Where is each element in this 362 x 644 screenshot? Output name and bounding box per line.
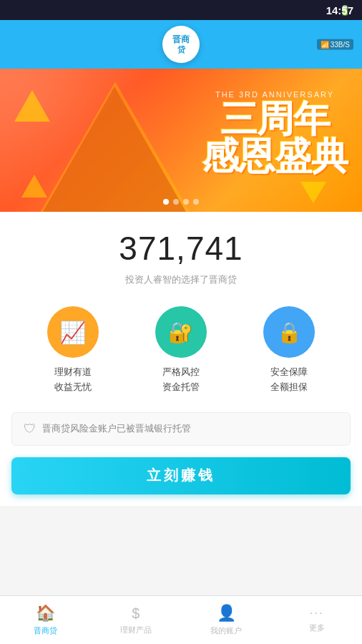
trust-text: 晋商贷风险金账户已被晋城银行托管 — [42, 422, 191, 435]
app-header: 晋商 贷 📶 33B/S — [0, 20, 362, 69]
app-logo[interactable]: 晋商 贷 — [162, 26, 200, 63]
products-icon: $ — [132, 605, 140, 622]
finance-icon-circle: 📈 — [47, 306, 99, 358]
security-icon: 🔒 — [277, 321, 302, 344]
nav-label-home: 晋商贷 — [34, 625, 57, 636]
features-section: 📈 理财有道收益无忧 🔐 严格风控资金托管 🔒 安全保障全额担保 — [11, 306, 351, 395]
main-content: 371,741 投资人睿智的选择了晋商贷 📈 理财有道收益无忧 🔐 严格风控资金… — [0, 212, 362, 506]
trust-icon: 🛡 — [24, 421, 36, 436]
nav-item-home[interactable]: 🏠 晋商贷 — [0, 596, 91, 644]
promo-banner[interactable]: THE 3RD ANNIVERSARY 三周年感恩盛典 — [0, 69, 362, 212]
banner-title: 三周年感恩盛典 — [202, 100, 348, 175]
finance-label: 理财有道收益无忧 — [54, 365, 92, 395]
security-label: 安全保障全额担保 — [270, 365, 308, 395]
risk-icon-circle: 🔐 — [155, 306, 207, 358]
more-icon: ··· — [310, 607, 323, 620]
nav-label-products: 理财产品 — [120, 625, 152, 635]
wifi-speed: 33B/S — [331, 41, 350, 49]
stat-number: 371,741 — [11, 229, 351, 268]
nav-label-more: 更多 — [309, 623, 325, 633]
logo-text: 晋商 贷 — [172, 34, 190, 54]
nav-item-account[interactable]: 👤 我的账户 — [181, 596, 272, 644]
banner-dot-1[interactable] — [163, 199, 169, 205]
wifi-badge: 📶 33B/S — [317, 39, 353, 50]
feature-security: 🔒 安全保障全额担保 — [263, 306, 315, 395]
finance-icon: 📈 — [59, 320, 86, 345]
risk-icon: 🔐 — [168, 321, 193, 344]
banner-dot-4[interactable] — [193, 199, 199, 205]
banner-text: THE 3RD ANNIVERSARY 三周年感恩盛典 — [202, 90, 348, 175]
account-icon: 👤 — [217, 604, 236, 623]
security-icon-circle: 🔒 — [263, 306, 315, 358]
feature-risk: 🔐 严格风控资金托管 — [155, 306, 207, 395]
status-time: 14:57 — [326, 4, 353, 16]
home-icon: 🏠 — [36, 604, 55, 623]
bottom-navigation: 🏠 晋商贷 $ 理财产品 👤 我的账户 ··· 更多 — [0, 595, 362, 644]
risk-label: 严格风控资金托管 — [162, 365, 200, 395]
status-bar: 🔋 14:57 — [0, 0, 362, 20]
trust-bar: 🛡 晋商贷风险金账户已被晋城银行托管 — [11, 412, 351, 446]
banner-dot-2[interactable] — [173, 199, 179, 205]
wifi-icon: 📶 — [321, 41, 329, 49]
stat-description: 投资人睿智的选择了晋商贷 — [11, 273, 351, 286]
banner-dot-3[interactable] — [183, 199, 189, 205]
nav-item-more[interactable]: ··· 更多 — [272, 596, 363, 644]
banner-pagination — [163, 199, 199, 205]
deco-triangle-outline — [39, 82, 191, 212]
deco-triangle-bottom — [300, 182, 326, 203]
cta-button[interactable]: 立刻赚钱 — [11, 457, 351, 494]
nav-item-products[interactable]: $ 理财产品 — [91, 596, 182, 644]
nav-label-account: 我的账户 — [210, 625, 242, 636]
feature-finance: 📈 理财有道收益无忧 — [47, 306, 99, 395]
